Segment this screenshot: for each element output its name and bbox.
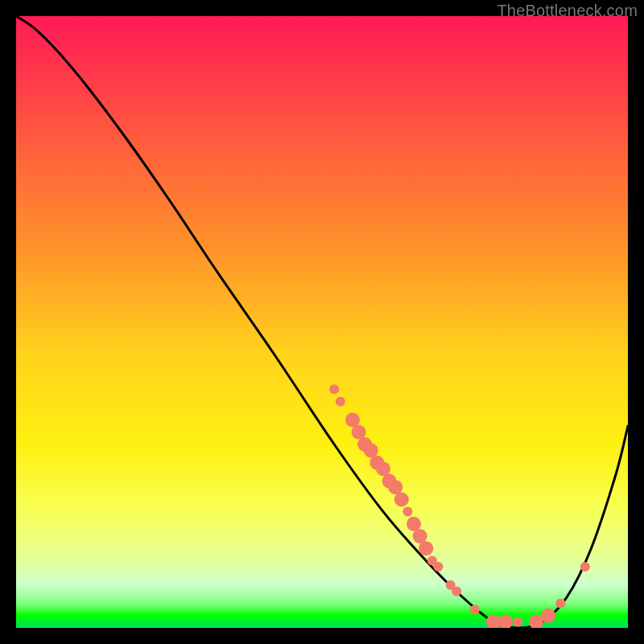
data-marker — [498, 614, 513, 628]
bottleneck-curve — [16, 16, 628, 628]
chart-svg-overlay — [16, 16, 628, 628]
data-marker — [555, 599, 565, 609]
data-marker — [580, 562, 590, 572]
data-marker — [394, 492, 409, 506]
data-marker — [433, 562, 443, 572]
data-marker — [452, 586, 461, 596]
data-marker — [470, 605, 480, 614]
chart-container: TheBottleneck.com — [0, 0, 644, 644]
marker-group — [329, 385, 590, 628]
data-marker — [402, 507, 412, 517]
data-marker — [329, 385, 339, 394]
data-marker — [419, 541, 433, 555]
watermark-text: TheBottleneck.com — [497, 2, 638, 20]
data-marker — [541, 609, 555, 623]
data-marker — [336, 397, 345, 407]
data-marker — [513, 617, 522, 626]
